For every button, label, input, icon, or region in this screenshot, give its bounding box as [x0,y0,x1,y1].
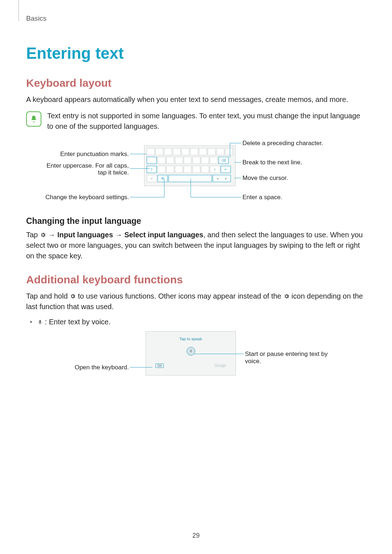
callout-start-voice-l1: Start or pause entering text by [245,350,328,358]
gear-icon [40,230,46,237]
note-text: Text entry is not supported in some lang… [47,111,366,132]
text: Tap and hold [26,292,70,300]
page-number: 29 [0,532,392,539]
changing-title: Changing the input language [26,216,366,226]
keyboard-screen: ⌫ ⇧ ⇧ ↵ ≡ ⚙ ◂▸ [144,145,236,186]
callout-shift-l2: tap it twice. [45,169,129,176]
callout-punct: Enter punctuation marks. [45,151,129,158]
header-rule [19,0,19,21]
section-keyboard-title: Keyboard layout [26,77,366,89]
callout-space: Enter a space. [242,194,282,201]
text: → [46,231,57,239]
note-block: Text entry is not supported in some lang… [26,111,366,132]
page-title: Entering text [26,44,366,62]
keyboard-diagram: ⌫ ⇧ ⇧ ↵ ≡ ⚙ ◂▸ Enter punctuation marks. … [45,142,347,205]
bullet-dot: • [30,318,32,326]
callout-enter: Break to the next line. [242,159,302,166]
additional-body: Tap and hold to use various functions. O… [26,291,366,312]
callout-shift-l1: Enter uppercase. For all caps, [45,162,129,169]
voice-title: Tap to speak [146,332,236,341]
callout-settings: Change the keyboard settings. [45,194,129,201]
voice-screen: Tap to speak ⌨ Google [146,331,236,376]
text: to use various functions. Other icons ma… [76,292,283,300]
voice-mic-button [187,347,195,356]
section-keyboard-desc: A keyboard appears automatically when yo… [26,94,366,105]
note-bell-icon [26,111,41,127]
microphone-icon [37,319,43,325]
bullet-voice-text: : Enter text by voice. [43,318,111,326]
text: → [113,231,124,239]
bold-input-languages: Input languages [57,231,113,239]
callout-cursor: Move the cursor. [242,175,288,182]
text: Tap [26,231,40,239]
section-additional-title: Additional keyboard functions [26,274,366,286]
voice-diagram: Tap to speak ⌨ Google Open the keyboard.… [45,331,347,380]
gear-icon [70,292,76,298]
bullet-voice: • : Enter text by voice. [30,318,366,326]
callout-open-keyboard: Open the keyboard. [45,364,129,371]
bold-select-input-languages: Select input languages [124,231,203,239]
voice-keyboard-icon: ⌨ [155,364,164,368]
running-head: Basics [26,15,366,22]
changing-body: Tap → Input languages → Select input lan… [26,230,366,261]
voice-brand: Google [215,364,226,368]
callout-delete: Delete a preceding character. [242,140,323,147]
callout-start-voice-l2: voice. [245,358,261,365]
gear-icon [283,292,290,298]
